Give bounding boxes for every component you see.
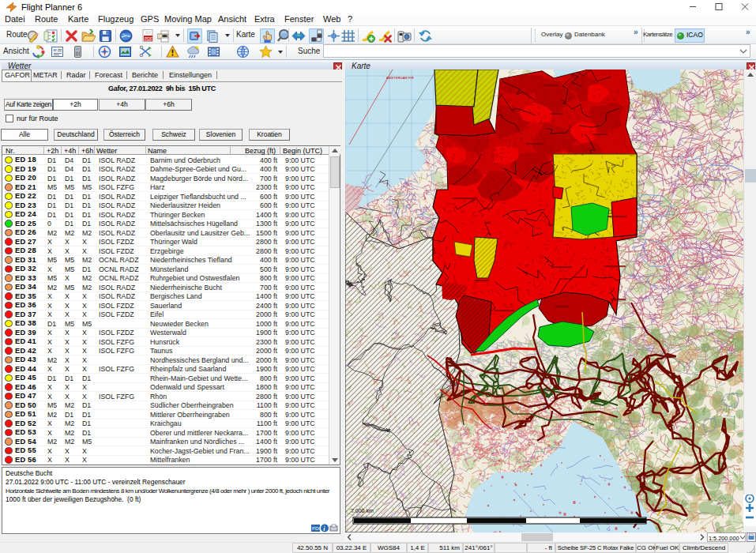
svg-text:PDF: PDF [145, 36, 152, 41]
svg-text:7.000 km: 7.000 km [351, 508, 374, 514]
svg-text:AMSTERDAM FIR: AMSTERDAM FIR [386, 76, 414, 80]
svg-text:PDF: PDF [312, 526, 322, 531]
